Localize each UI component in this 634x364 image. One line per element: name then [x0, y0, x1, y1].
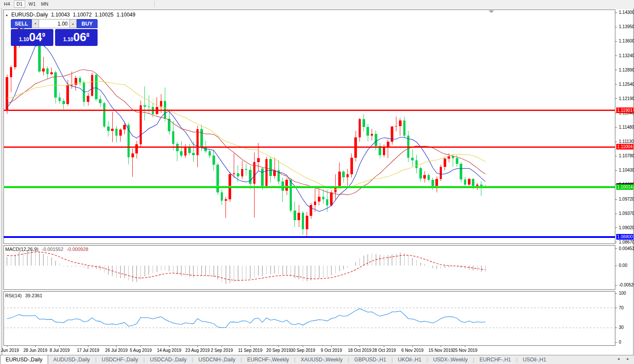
candle-body	[411, 158, 414, 160]
tab-audusd-daily[interactable]: AUDUSD-,Daily	[48, 355, 95, 364]
sell-price-box[interactable]: 1.10 04 9	[11, 29, 53, 46]
buy-price-box[interactable]: 1.10 06 8	[55, 29, 98, 46]
tab-eurusd-daily[interactable]: EURUSD-,Daily	[0, 355, 48, 364]
candle-body	[131, 153, 134, 157]
candle-body	[294, 211, 296, 220]
candle-body	[346, 174, 349, 178]
candle-body	[440, 167, 442, 179]
lot-decrease-button[interactable]: ▼	[32, 19, 39, 28]
tab-usdcnh-daily[interactable]: USDCNH-,Daily	[193, 355, 240, 364]
candle-body	[290, 180, 292, 211]
lot-size-input[interactable]	[39, 19, 69, 28]
date-axis-label: 9 Oct 2019	[321, 348, 342, 353]
timeframe-h4-button[interactable]: H4	[1, 0, 13, 8]
tab-eurchf-weekly[interactable]: EURCHF-,Weekly	[242, 355, 294, 364]
ohlc-close: 1.10049	[117, 12, 135, 18]
candle-body	[111, 129, 114, 131]
candle-body	[6, 77, 8, 110]
collapse-arrow-icon[interactable]: ▲	[5, 13, 8, 16]
price-axis-label: 1.13600	[619, 39, 634, 43]
date-axis-label: 2 Sep 2019	[211, 348, 233, 353]
candle-body	[359, 119, 361, 137]
rsi-axis-label: 70	[619, 306, 624, 310]
candle-body	[245, 169, 248, 170]
candle-body	[318, 197, 320, 202]
tab-eurchf-h1[interactable]: EURCHF-,H1	[474, 355, 516, 364]
candle-body	[147, 107, 150, 107]
candle-body	[103, 103, 106, 127]
candle-body	[95, 75, 98, 99]
date-axis-label: 5 Aug 2019	[130, 348, 152, 353]
tab-nav-left-icon[interactable]: ◄	[617, 357, 620, 361]
candle-body	[391, 127, 393, 142]
candle-body	[249, 170, 252, 184]
tab-navigation: ◄ ►	[617, 357, 630, 361]
price-badge-1.08800: 1.08800	[616, 234, 634, 240]
candle-body	[444, 159, 446, 167]
chart-graphics	[0, 0, 634, 364]
price-axis-label: 1.11130	[619, 139, 634, 144]
candle-body	[200, 129, 203, 146]
tab-usdchf-daily[interactable]: USDCHF-,Daily	[97, 355, 144, 364]
tab-usoil-h1[interactable]: USOil-,H1	[517, 355, 551, 364]
tab-gbpusd-h1[interactable]: GBPUSD-,H1	[349, 355, 391, 364]
candle-body	[160, 101, 163, 107]
ma-line-20	[7, 70, 485, 195]
rsi-axis-label: 100	[619, 291, 626, 296]
rsi-line	[7, 309, 485, 328]
candle-body	[366, 127, 369, 136]
tab-usdx-weekly[interactable]: USDX-,Weekly	[428, 355, 473, 364]
candle-body	[330, 192, 333, 205]
date-axis-label: 8 Jul 2019	[49, 348, 69, 353]
macd-axis-label: 0.004536	[619, 246, 634, 251]
candle-body	[225, 199, 227, 201]
sell-price-prefix: 1.10	[19, 36, 29, 42]
tab-nav-right-icon[interactable]: ►	[626, 357, 630, 361]
tab-ukoil-h1[interactable]: UKOil-,H1	[393, 355, 427, 364]
candle-body	[196, 129, 199, 155]
candle-body	[322, 197, 325, 200]
candle-body	[464, 179, 467, 185]
one-click-trading-panel: SELL ▼ ▲ BUY 1.10 04 9 1.10 06 8	[11, 19, 98, 46]
lot-increase-button[interactable]: ▲	[69, 19, 77, 28]
candle-body	[192, 153, 195, 156]
buy-button[interactable]: BUY	[77, 19, 98, 28]
date-axis-label: 26 Jul 2019	[105, 348, 128, 353]
candle-body	[66, 85, 69, 104]
tab-xauusd-weekly[interactable]: XAUUSD-,Weekly	[295, 355, 347, 364]
chart-shift-icon[interactable]	[489, 10, 494, 13]
chart-title: ▲ EURUSD-,Daily 1.10043 1.10072 1.10025 …	[5, 12, 135, 18]
candle-body	[46, 68, 49, 74]
candle-body	[212, 156, 215, 165]
chevron-up-icon: ▲	[72, 23, 74, 25]
date-axis-label: 11 Sep 2019	[238, 348, 262, 353]
price-axis-label: 1.14300	[619, 10, 634, 15]
buy-price-pip: 8	[86, 32, 89, 38]
price-axis-label: 1.12890	[619, 68, 634, 72]
candle-body	[14, 46, 16, 67]
price-axis-label: 1.08670	[619, 240, 634, 244]
candle-body	[326, 199, 329, 205]
candle-body	[265, 159, 268, 186]
date-axis-label: 18 Oct 2019	[348, 348, 371, 353]
timeframe-mn-button[interactable]: MN	[39, 0, 50, 8]
timeframe-w1-button[interactable]: W1	[26, 0, 38, 8]
candle-body	[468, 179, 471, 185]
date-axis-label: 23 Aug 2019	[185, 348, 209, 353]
timeframe-d1-button[interactable]: D1	[14, 0, 25, 8]
tab-usdcad-daily[interactable]: USDCAD-,Daily	[145, 355, 192, 364]
candle-body	[209, 151, 211, 156]
candle-body	[59, 98, 61, 101]
candle-body	[269, 159, 272, 176]
sell-button[interactable]: SELL	[11, 19, 32, 28]
candle-body	[371, 134, 373, 136]
candle-body	[91, 75, 94, 96]
candle-body	[428, 175, 430, 180]
candle-body	[285, 180, 288, 191]
candle-body	[184, 148, 187, 156]
rsi-value: 39.2361	[25, 293, 42, 298]
macd-value-main: -0.001552	[42, 247, 63, 252]
price-axis-label: 1.09020	[619, 225, 634, 230]
candle-body	[42, 68, 45, 72]
date-axis-label: 14 Aug 2019	[157, 348, 181, 353]
